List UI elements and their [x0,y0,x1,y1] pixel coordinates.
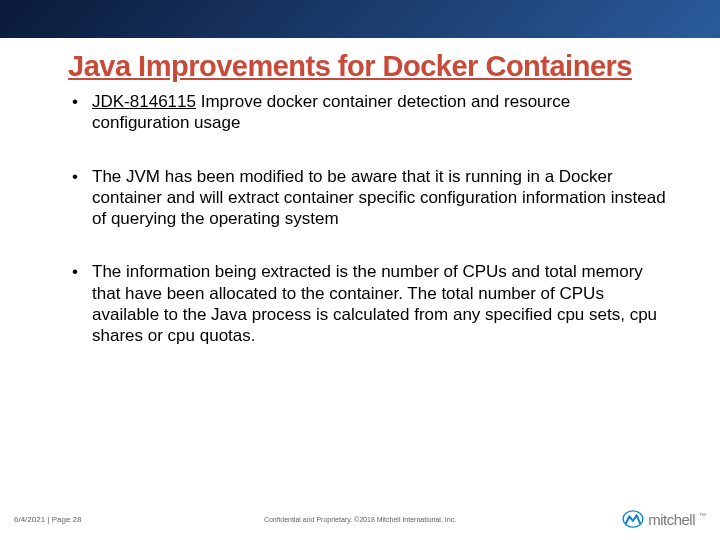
bullet-list: JDK-8146115 Improve docker container det… [68,91,670,346]
logo-text: mitchell [648,511,695,528]
bullet-item: The JVM has been modified to be aware th… [68,166,670,230]
bullet-item: The information being extracted is the n… [68,261,670,346]
company-logo: mitchell ™ [622,510,706,528]
footer-date: 6/4/2021 [14,515,45,524]
slide-footer: 6/4/2021 | Page 28 Confidential and Prop… [0,510,720,528]
logo-icon [622,510,644,528]
bullet-item: JDK-8146115 Improve docker container det… [68,91,670,134]
svg-point-0 [623,511,643,527]
bullet-text: The JVM has been modified to be aware th… [92,167,666,229]
bullet-text: The information being extracted is the n… [92,262,657,345]
footer-page: Page 28 [52,515,82,524]
footer-confidential: Confidential and Proprietary. ©2018 Mitc… [264,516,456,523]
slide-title: Java Improvements for Docker Containers [68,50,670,83]
header-banner [0,0,720,38]
jdk-link[interactable]: JDK-8146115 [92,92,196,111]
logo-trademark: ™ [699,512,706,519]
slide-content: Java Improvements for Docker Containers … [0,38,720,346]
footer-left: 6/4/2021 | Page 28 [14,515,81,524]
